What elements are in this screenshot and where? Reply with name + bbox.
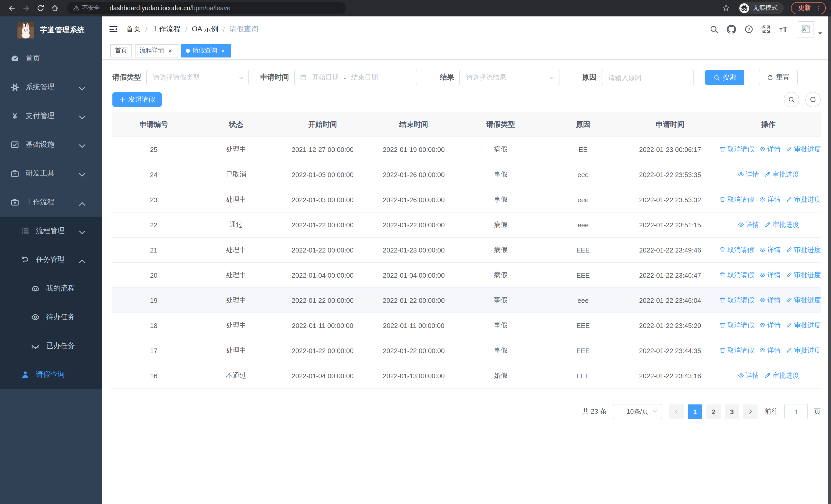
cancel-leave-button[interactable]: 取消请假	[719, 195, 754, 204]
sidebar-item-process-mgmt[interactable]: 流程管理	[0, 216, 102, 245]
row-status: 通过	[195, 212, 277, 237]
approval-progress-button[interactable]: 审批进度	[764, 220, 799, 230]
page-size-select[interactable]: 10条/页	[613, 404, 662, 419]
approval-progress-button[interactable]: 审批进度	[786, 245, 821, 255]
eye-detail-icon	[759, 272, 766, 278]
detail-button[interactable]: 详情	[738, 371, 759, 380]
detail-button[interactable]: 详情	[759, 321, 781, 330]
browser-home-button[interactable]	[48, 1, 62, 14]
browser-update-button[interactable]: 更新	[791, 2, 826, 14]
detail-button[interactable]: 详情	[759, 145, 781, 154]
table-toolbar: 发起请假	[112, 92, 821, 107]
sidebar-item-home[interactable]: 首页	[0, 44, 102, 73]
leave-type-select[interactable]: 请选择请假类型	[146, 70, 249, 85]
browser-scrollbar[interactable]	[828, 17, 831, 504]
github-icon[interactable]	[727, 25, 736, 34]
close-tab-icon[interactable]: ×	[167, 48, 173, 54]
home-icon	[51, 4, 59, 12]
sidebar-item-payment[interactable]: ¥支付管理	[0, 101, 102, 130]
browser-back-button[interactable]	[5, 1, 19, 14]
next-page-button[interactable]	[743, 405, 757, 419]
sidebar-item-my-process[interactable]: 我的流程	[0, 274, 102, 303]
cancel-leave-button[interactable]: 取消请假	[719, 145, 754, 154]
bookmark-star-icon[interactable]	[720, 2, 732, 14]
approval-progress-button[interactable]: 审批进度	[786, 346, 821, 355]
cancel-leave-button[interactable]: 取消请假	[719, 245, 754, 255]
create-leave-button[interactable]: 发起请假	[112, 92, 162, 107]
breadcrumb-item[interactable]: 首页	[126, 25, 141, 34]
browser-reload-button[interactable]	[34, 1, 47, 14]
apply-time-range-picker[interactable]: 开始日期 - 结束日期	[294, 70, 417, 85]
tab-首页[interactable]: 首页	[110, 44, 132, 57]
fullscreen-icon[interactable]	[762, 25, 771, 34]
sidebar-item-label: 系统管理	[26, 83, 54, 92]
row-reason: eee	[542, 288, 624, 313]
row-status: 处理中	[195, 263, 277, 288]
toggle-search-button[interactable]	[784, 92, 799, 107]
header-search-icon[interactable]	[709, 25, 719, 34]
cancel-leave-button[interactable]: 取消请假	[719, 321, 754, 330]
sidebar-item-task-mgmt[interactable]: 任务管理	[0, 245, 102, 274]
cancel-leave-button[interactable]: 取消请假	[719, 346, 754, 355]
detail-button[interactable]: 详情	[759, 270, 781, 280]
page-button-1[interactable]: 1	[688, 405, 702, 419]
close-tab-icon[interactable]: ×	[220, 48, 226, 54]
sidebar-item-devtools[interactable]: 研发工具	[0, 159, 102, 188]
detail-button[interactable]: 详情	[759, 296, 781, 305]
browser-forward-button[interactable]	[20, 1, 33, 14]
detail-button[interactable]: 详情	[738, 170, 759, 179]
pen-icon	[786, 297, 793, 304]
detail-button[interactable]: 详情	[759, 195, 781, 204]
user-menu[interactable]	[798, 21, 823, 37]
cancel-leave-button[interactable]: 取消请假	[719, 296, 754, 305]
tab-请假查询[interactable]: 请假查询×	[181, 44, 231, 57]
row-status: 处理中	[195, 187, 277, 212]
date-separator: -	[344, 73, 346, 81]
approval-progress-button[interactable]: 审批进度	[786, 321, 821, 330]
reason-input[interactable]	[602, 70, 694, 85]
sidebar-item-label: 基础设施	[26, 140, 54, 149]
prev-page-button[interactable]	[669, 405, 684, 419]
address-bar[interactable]: 不安全 dashboard.yudao.iocoder.cn/bpm/oa/le…	[67, 2, 346, 14]
leave-type-placeholder: 请选择请假类型	[153, 73, 200, 82]
tab-流程详情[interactable]: 流程详情×	[135, 44, 178, 57]
breadcrumb-item[interactable]: 工作流程	[152, 25, 181, 34]
sidebar-item-system[interactable]: 系统管理	[0, 73, 102, 101]
help-icon[interactable]: ?	[744, 25, 753, 34]
reset-button[interactable]: 重置	[758, 70, 798, 85]
detail-button[interactable]: 详情	[738, 220, 759, 230]
font-size-icon[interactable]: TT	[779, 25, 789, 34]
approval-progress-button[interactable]: 审批进度	[786, 145, 821, 154]
search-button[interactable]: 搜索	[705, 70, 744, 85]
refresh-table-button[interactable]	[805, 92, 821, 107]
row-actions: 取消请假详情审批进度	[716, 338, 821, 363]
sidebar-item-todo-task[interactable]: 待办任务	[0, 303, 102, 331]
page-button-2[interactable]: 2	[706, 405, 721, 419]
caret-down-icon	[818, 31, 823, 36]
page-button-3[interactable]: 3	[725, 405, 739, 419]
cancel-leave-button[interactable]: 取消请假	[719, 270, 754, 280]
result-select[interactable]: 请选择流结果	[459, 70, 560, 85]
approval-progress-button[interactable]: 审批进度	[764, 371, 799, 380]
sidebar-item-workflow[interactable]: 工作流程	[0, 188, 102, 216]
row-id: 22	[112, 212, 195, 237]
sidebar-item-infra[interactable]: 基础设施	[0, 130, 102, 159]
approval-progress-button[interactable]: 审批进度	[786, 270, 821, 280]
goto-page-input[interactable]	[784, 404, 808, 419]
breadcrumb-item[interactable]: OA 示例	[192, 25, 219, 34]
eye-closed-icon	[31, 341, 40, 351]
dots-vertical-icon[interactable]	[815, 5, 821, 11]
approval-progress-button[interactable]: 审批进度	[786, 296, 821, 305]
sidebar-fold-icon[interactable]	[108, 24, 119, 34]
sidebar-item-leave-query[interactable]: 请假查询	[0, 360, 102, 389]
approval-progress-button[interactable]: 审批进度	[786, 195, 821, 204]
end-date-placeholder: 结束日期	[351, 73, 378, 82]
chevron-left-icon	[674, 409, 680, 415]
refresh-icon	[809, 96, 816, 103]
avatar[interactable]	[798, 21, 814, 37]
detail-button[interactable]: 详情	[759, 245, 781, 255]
detail-button[interactable]: 详情	[759, 346, 781, 355]
sidebar-item-done-task[interactable]: 已办任务	[0, 331, 102, 360]
approval-progress-button[interactable]: 审批进度	[764, 170, 799, 179]
security-chip[interactable]: 不安全	[73, 4, 100, 12]
